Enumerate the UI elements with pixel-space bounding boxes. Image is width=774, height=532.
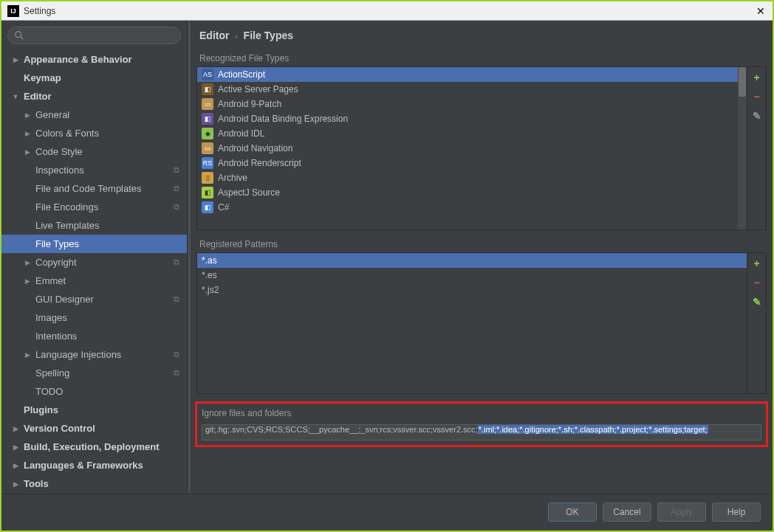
sidebar-item-label: Languages & Frameworks [24, 460, 143, 471]
filetype-row[interactable]: ▭Android Navigation [197, 141, 738, 156]
sidebar-item-plugins[interactable]: Plugins [1, 401, 187, 419]
add-pattern-button[interactable]: + [751, 258, 763, 269]
sidebar-item-build-execution-deployment[interactable]: Build, Execution, Deployment [1, 438, 187, 456]
filetype-icon: ▭ [202, 142, 213, 154]
edit-pattern-button[interactable]: ✎ [751, 296, 763, 308]
sidebar-item-appearance-behavior[interactable]: Appearance & Behavior [1, 50, 187, 69]
ignore-input[interactable]: git;.hg;.svn;CVS;RCS;SCCS;__pycache__;_s… [202, 424, 761, 441]
sidebar-item-tools[interactable]: Tools [1, 474, 187, 493]
filetype-label: C# [218, 202, 229, 213]
chevron-right-icon[interactable] [10, 443, 21, 451]
filetype-row[interactable]: RSAndroid Renderscript [197, 156, 738, 170]
filetype-icon: ◧ [202, 113, 213, 125]
filetype-label: Active Server Pages [218, 84, 298, 94]
filetype-row[interactable]: ◧C# [197, 200, 738, 215]
settings-tree: Appearance & BehaviorKeymapEditorGeneral… [1, 50, 187, 493]
chevron-right-icon[interactable] [22, 259, 32, 266]
sidebar-item-label: Copyright [35, 257, 77, 268]
filetype-row[interactable]: ▯Archive [197, 170, 738, 185]
filetypes-list[interactable]: ASActionScript◧Active Server Pages▭Andro… [197, 67, 738, 229]
sidebar-item-languages-frameworks[interactable]: Languages & Frameworks [1, 456, 187, 474]
sidebar-item-label: Plugins [24, 404, 58, 415]
apply-button[interactable]: Apply [657, 502, 706, 522]
sidebar-item-code-style[interactable]: Code Style [1, 142, 187, 161]
sidebar-item-colors-fonts[interactable]: Colors & Fonts [1, 124, 187, 142]
sidebar-item-label: Appearance & Behavior [24, 54, 132, 65]
chevron-right-icon[interactable] [22, 351, 32, 359]
sidebar-item-intentions[interactable]: Intentions [1, 327, 187, 345]
breadcrumb: Editor › File Types [191, 21, 773, 49]
sidebar-item-label: Editor [24, 91, 52, 102]
pattern-row[interactable]: *.js2 [197, 283, 747, 297]
pattern-label: *.as [202, 255, 217, 266]
copy-profile-icon[interactable]: ⧉ [174, 202, 179, 212]
copy-profile-icon[interactable]: ⧉ [174, 294, 179, 304]
close-icon[interactable]: ✕ [755, 5, 767, 17]
pattern-row[interactable]: *.es [197, 268, 747, 283]
filetype-label: Android Navigation [218, 143, 292, 153]
filetype-row[interactable]: ◆Android IDL [197, 126, 738, 141]
chevron-down-icon[interactable] [10, 93, 21, 100]
sidebar-item-images[interactable]: Images [1, 308, 187, 327]
sidebar-item-inspections[interactable]: Inspections⧉ [1, 161, 187, 179]
chevron-right-icon[interactable] [22, 130, 32, 137]
filetype-icon: RS [202, 157, 213, 169]
main-panel: Editor › File Types Recognized File Type… [191, 21, 773, 493]
sidebar-item-file-encodings[interactable]: File Encodings⧉ [1, 198, 187, 216]
copy-profile-icon[interactable]: ⧉ [174, 165, 179, 175]
sidebar-item-label: Build, Execution, Deployment [24, 441, 159, 452]
edit-filetype-button[interactable]: ✎ [751, 110, 763, 122]
sidebar-item-file-types[interactable]: File Types [1, 235, 187, 253]
remove-pattern-button[interactable]: − [751, 277, 763, 289]
chevron-right-icon[interactable] [22, 148, 32, 156]
sidebar-item-label: Code Style [35, 146, 83, 157]
help-button[interactable]: Help [712, 502, 761, 522]
copy-profile-icon[interactable]: ⧉ [174, 184, 179, 193]
ok-button[interactable]: OK [548, 502, 597, 522]
sidebar-item-version-control[interactable]: Version Control [1, 419, 187, 438]
add-filetype-button[interactable]: + [751, 72, 763, 83]
sidebar-item-spelling[interactable]: Spelling⧉ [1, 364, 187, 382]
filetype-label: Android Data Binding Expression [218, 114, 348, 124]
sidebar-item-general[interactable]: General [1, 106, 187, 124]
sidebar-item-label: Emmet [35, 275, 66, 286]
search-icon [14, 30, 24, 41]
chevron-right-icon[interactable] [22, 277, 32, 285]
sidebar-item-copyright[interactable]: Copyright⧉ [1, 253, 187, 272]
sidebar-item-file-and-code-templates[interactable]: File and Code Templates⧉ [1, 179, 187, 198]
copy-profile-icon[interactable]: ⧉ [174, 350, 179, 359]
sidebar-item-emmet[interactable]: Emmet [1, 272, 187, 290]
chevron-right-icon[interactable] [10, 425, 21, 432]
pattern-row[interactable]: *.as [197, 253, 747, 268]
chevron-right-icon[interactable] [22, 111, 32, 119]
sidebar-item-label: GUI Designer [35, 294, 94, 305]
filetype-row[interactable]: ◧Active Server Pages [197, 82, 738, 97]
filetype-icon: ◧ [202, 201, 213, 213]
sidebar-item-gui-designer[interactable]: GUI Designer⧉ [1, 290, 187, 308]
chevron-right-icon: › [232, 32, 240, 41]
breadcrumb-1: Editor [199, 30, 229, 41]
filetype-row[interactable]: ◧Android Data Binding Expression [197, 111, 738, 126]
search-input[interactable] [7, 27, 181, 44]
chevron-right-icon[interactable] [10, 56, 21, 63]
sidebar-item-live-templates[interactable]: Live Templates [1, 216, 187, 235]
copy-profile-icon[interactable]: ⧉ [174, 368, 179, 378]
filetypes-scrollbar[interactable] [738, 67, 747, 229]
filetype-label: ActionScript [218, 69, 265, 80]
copy-profile-icon[interactable]: ⧉ [174, 258, 179, 267]
filetype-row[interactable]: ▭Android 9-Patch [197, 97, 738, 111]
remove-filetype-button[interactable]: − [751, 91, 763, 103]
sidebar-item-language-injections[interactable]: Language Injections⧉ [1, 345, 187, 364]
filetype-label: Android Renderscript [218, 158, 301, 168]
sidebar-item-editor[interactable]: Editor [1, 87, 187, 106]
filetype-row[interactable]: ASActionScript [197, 67, 738, 82]
cancel-button[interactable]: Cancel [603, 502, 651, 522]
patterns-list[interactable]: *.as*.es*.js2 [197, 253, 747, 393]
chevron-right-icon[interactable] [10, 480, 21, 488]
svg-line-1 [21, 37, 24, 40]
filetype-row[interactable]: ◧AspectJ Source [197, 185, 738, 200]
filetype-label: AspectJ Source [218, 187, 280, 198]
sidebar-item-keymap[interactable]: Keymap [1, 69, 187, 87]
chevron-right-icon[interactable] [10, 462, 21, 469]
sidebar-item-todo[interactable]: TODO [1, 382, 187, 401]
